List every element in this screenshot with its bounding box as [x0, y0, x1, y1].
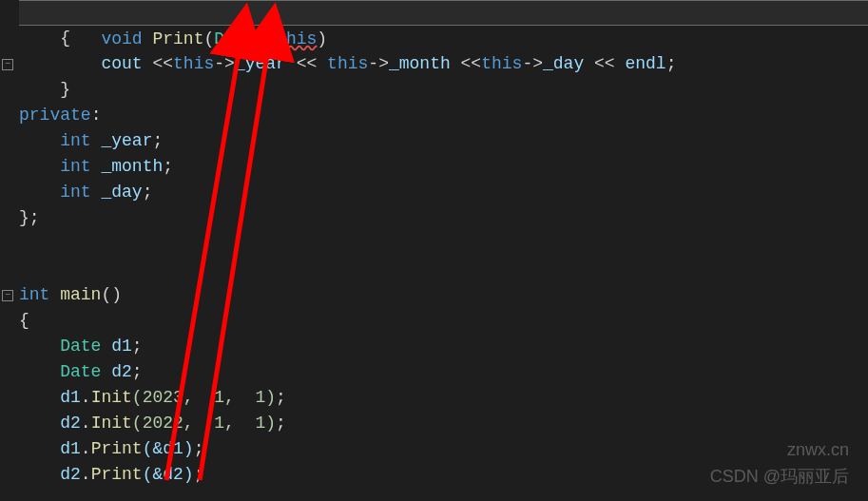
args: (&d2): [143, 465, 194, 484]
object-ref: d1: [19, 439, 81, 458]
code-line[interactable]: };: [19, 205, 868, 231]
semicolon: ;: [163, 157, 173, 176]
semicolon: ;: [132, 337, 143, 356]
code-line[interactable]: d1.Print(&d1);: [19, 436, 868, 462]
brace-close: }: [19, 80, 70, 99]
semicolon: ;: [276, 388, 286, 407]
endl-identifier: endl: [625, 54, 665, 73]
access-specifier: private: [19, 106, 91, 125]
type-int: int: [19, 131, 91, 150]
arrow-op: ->: [214, 54, 235, 73]
code-line[interactable]: int _day;: [19, 180, 868, 205]
code-editor[interactable]: − void Print(Date* this) { cout <<this->…: [0, 0, 868, 488]
cout-identifier: cout: [101, 54, 142, 73]
code-line[interactable]: {: [19, 308, 868, 334]
code-line[interactable]: cout <<this->_year << this->_month <<thi…: [19, 51, 868, 77]
collapse-gutter[interactable]: −: [0, 52, 15, 76]
this-keyword: this: [173, 54, 214, 73]
indent: [19, 54, 101, 73]
colon: :: [91, 106, 102, 125]
semicolon: ;: [194, 465, 204, 484]
code-line[interactable]: Date d1;: [19, 334, 868, 359]
code-line[interactable]: [19, 231, 868, 257]
this-keyword: this: [327, 54, 368, 73]
this-keyword: this: [481, 54, 522, 73]
semicolon: ;: [666, 54, 677, 73]
member-decl: _month: [91, 157, 164, 176]
code-line[interactable]: }: [19, 77, 868, 103]
stream-op: <<: [451, 54, 481, 73]
brace-open: {: [19, 29, 70, 48]
member-var: _day: [543, 54, 584, 73]
collapse-icon[interactable]: −: [2, 290, 13, 301]
member-var: _month: [389, 54, 451, 73]
type-name: Date: [19, 362, 101, 381]
object-ref: d1: [19, 388, 81, 407]
arrow-op: ->: [522, 54, 543, 73]
stream-op: <<: [286, 54, 327, 73]
type-name: Date: [19, 337, 101, 356]
collapse-icon[interactable]: −: [2, 59, 13, 70]
stream-op: <<: [584, 54, 625, 73]
watermark-text: znwx.cn: [787, 437, 849, 463]
type-int: int: [19, 183, 91, 202]
code-line[interactable]: [19, 257, 868, 282]
arrow-op: ->: [368, 54, 389, 73]
dot: .: [81, 439, 91, 458]
code-line[interactable]: d1.Init(2023, 1, 1);: [19, 385, 868, 411]
dot: .: [81, 414, 91, 433]
semicolon: ;: [194, 439, 204, 458]
object-ref: d2: [19, 465, 81, 484]
brace-open: {: [19, 311, 29, 330]
method-call: Print: [91, 465, 143, 484]
code-line[interactable]: int _year;: [19, 128, 868, 154]
member-var: _year: [235, 54, 286, 73]
type-int: int: [19, 157, 91, 176]
code-line[interactable]: int _month;: [19, 154, 868, 180]
method-call: Init: [91, 388, 132, 407]
parens: (): [101, 285, 122, 304]
collapse-gutter[interactable]: −: [0, 282, 15, 308]
args: (2023, 1, 1): [132, 388, 276, 407]
args: (&d1): [143, 439, 194, 458]
member-decl: _year: [91, 131, 153, 150]
var-decl: d1: [101, 337, 131, 356]
object-ref: d2: [19, 414, 81, 433]
class-close: };: [19, 208, 40, 227]
member-decl: _day: [91, 183, 143, 202]
main-function: main: [49, 285, 101, 304]
method-call: Init: [91, 414, 132, 433]
dot: .: [81, 388, 91, 407]
semicolon: ;: [152, 131, 163, 150]
code-line[interactable]: −int main(): [19, 282, 868, 308]
method-call: Print: [91, 439, 143, 458]
semicolon: ;: [143, 183, 153, 202]
code-line[interactable]: d2.Init(2022, 1, 1);: [19, 411, 868, 436]
semicolon: ;: [132, 362, 143, 381]
args: (2022, 1, 1): [132, 414, 276, 433]
type-int: int: [19, 285, 49, 304]
code-line[interactable]: private:: [19, 103, 868, 128]
var-decl: d2: [101, 362, 131, 381]
code-line[interactable]: Date d2;: [19, 359, 868, 385]
code-line[interactable]: − void Print(Date* this): [19, 0, 868, 26]
stream-op: <<: [143, 54, 173, 73]
dot: .: [81, 465, 91, 484]
semicolon: ;: [276, 414, 286, 433]
code-line[interactable]: {: [19, 26, 868, 51]
watermark-text: CSDN @玛丽亚后: [710, 464, 849, 490]
